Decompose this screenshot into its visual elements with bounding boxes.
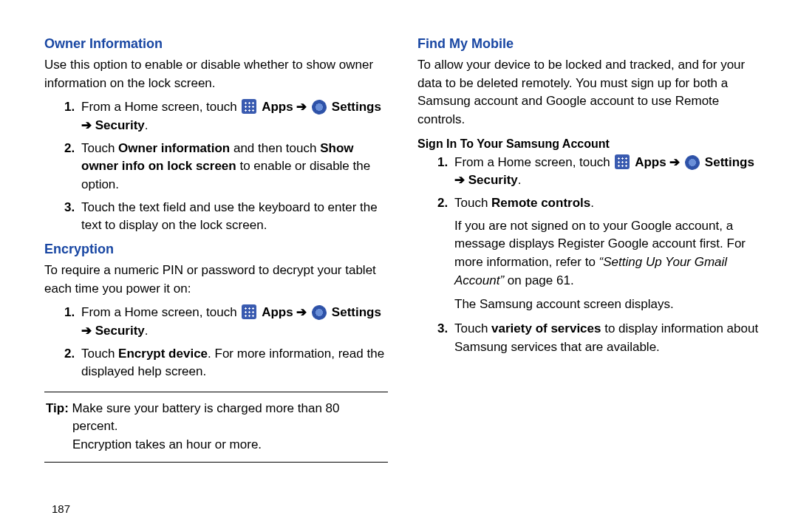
signin-step-2: Touch Remote controls. If you are not si… [451, 194, 761, 314]
owner-step-1: From a Home screen, touch Apps ➔ Setting… [78, 98, 388, 134]
apps-icon [242, 304, 256, 319]
page-body: Owner Information Use this option to ena… [0, 0, 798, 473]
heading-owner-information: Owner Information [44, 34, 388, 53]
right-column: Find My Mobile To allow your device to b… [417, 30, 761, 473]
tip-line-1: Make sure your battery is charged more t… [69, 401, 340, 434]
encryption-step-1: From a Home screen, touch Apps ➔ Setting… [78, 304, 388, 340]
signin-step-3: Touch variety of services to display inf… [451, 320, 761, 356]
left-column: Owner Information Use this option to ena… [44, 30, 388, 473]
find-intro: To allow your device to be locked and tr… [417, 56, 761, 129]
signin-post-2a: If you are not signed on to your Google … [454, 217, 761, 290]
encryption-intro: To require a numeric PIN or password to … [44, 262, 388, 298]
encryption-step-2: Touch Encrypt device. For more informati… [78, 345, 388, 381]
tip-line-2: Encryption takes an hour or more. [46, 436, 386, 454]
heading-find-my-mobile: Find My Mobile [417, 34, 761, 53]
encryption-steps: From a Home screen, touch Apps ➔ Setting… [44, 304, 388, 381]
apps-icon [615, 154, 630, 169]
signin-post-2c: The Samsung account screen displays. [454, 296, 761, 314]
settings-icon [312, 305, 327, 320]
settings-icon [685, 155, 700, 170]
heading-encryption: Encryption [44, 239, 388, 259]
owner-step-2: Touch Owner information and then touch S… [78, 140, 388, 194]
heading-sign-in-samsung: Sign In To Your Samsung Account [417, 135, 761, 152]
page-number: 187 [52, 502, 70, 515]
owner-intro: Use this option to enable or disable whe… [44, 56, 388, 92]
tip-label: Tip: [46, 401, 69, 415]
owner-steps: From a Home screen, touch Apps ➔ Setting… [44, 98, 388, 234]
apps-icon [242, 99, 256, 114]
owner-step-3: Touch the text field and use the keyboar… [78, 199, 388, 235]
signin-steps: From a Home screen, touch Apps ➔ Setting… [417, 154, 761, 356]
tip-box: Tip: Make sure your battery is charged m… [44, 392, 388, 463]
settings-icon [312, 100, 327, 115]
signin-step-1: From a Home screen, touch Apps ➔ Setting… [451, 154, 761, 190]
